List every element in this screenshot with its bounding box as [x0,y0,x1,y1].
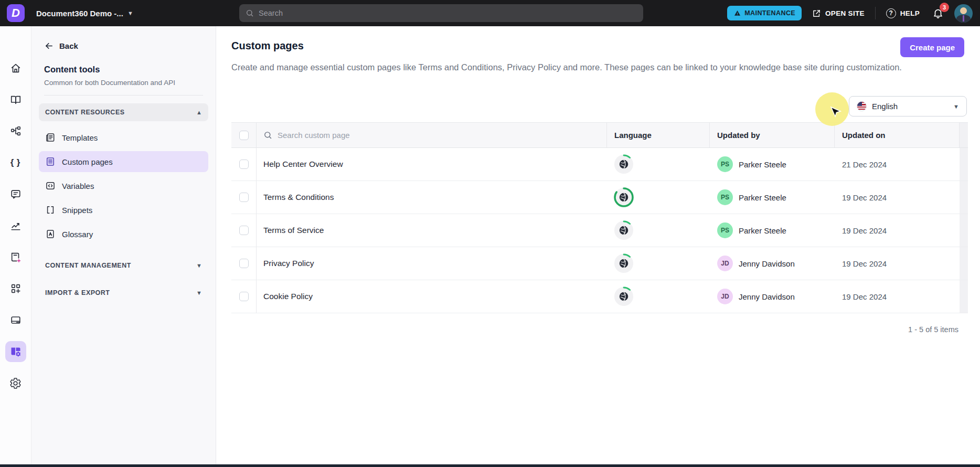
section-content-resources[interactable]: CONTENT RESOURCES ▲ [39,103,208,121]
sidebar-item-snippets[interactable]: Snippets [39,199,208,220]
back-label: Back [59,41,78,50]
updated-on-date: 19 Dec 2024 [835,280,960,313]
section-content-management[interactable]: CONTENT MANAGEMENT ▼ [39,258,208,273]
maintenance-label: MAINTENANCE [744,9,795,17]
chevron-down-icon: ▼ [196,290,202,296]
sidebar-item-templates[interactable]: Templates [39,127,208,148]
sitemap-icon[interactable] [9,125,22,137]
avatar: JD [717,256,733,271]
language-dropdown[interactable]: English ▼ [849,96,967,116]
select-all-cell [231,123,257,147]
column-header-updated-on[interactable]: Updated on [835,123,960,147]
glossary-icon [45,229,56,239]
table-row: Cookie Policy JDJenny Davidson 19 Dec 20… [231,280,968,313]
content-tools-sidebar: Back Content tools Common for both Docum… [31,26,216,464]
select-all-checkbox[interactable] [239,131,249,140]
maintenance-badge[interactable]: MAINTENANCE [727,6,802,20]
language-status [614,188,633,207]
sidebar-title: Content tools [44,65,216,75]
content-resources-items: Templates Custom pages Variables Snippet… [31,125,216,246]
section-import-export[interactable]: IMPORT & EXPORT ▼ [39,285,208,301]
page-name-link[interactable]: Cookie Policy [257,280,607,313]
feedback-icon[interactable] [9,188,22,200]
pagination-summary: 1 - 5 of 5 items [231,325,968,334]
knowledge-base-icon[interactable] [9,93,22,106]
mouse-cursor [829,106,841,120]
help-icon: ? [886,8,896,18]
custom-pages-main: Custom pages Create page Create and mana… [216,26,980,464]
topbar-divider [875,7,876,19]
table-search-input[interactable] [278,131,571,140]
page-name-link[interactable]: Terms of Service [257,214,607,247]
user-avatar[interactable] [954,4,973,23]
updated-by-name: Jenny Davidson [739,259,795,268]
row-checkbox[interactable] [239,160,249,169]
project-switcher[interactable]: Document360 Demo -... ▼ [36,9,133,18]
avatar: JD [717,289,733,304]
updated-by-name: Parker Steele [739,160,786,169]
chevron-up-icon: ▲ [196,109,202,115]
table-row: Help Center Overview PSParker Steele 21 … [231,148,968,181]
language-status [614,155,633,174]
document360-app: D Document360 Demo -... ▼ MAINTENANCE OP… [0,0,980,467]
warning-triangle-icon [733,9,741,17]
sidebar-item-glossary[interactable]: Glossary [39,224,208,245]
avatar: PS [717,222,733,238]
row-checkbox[interactable] [239,292,249,301]
language-status [614,221,633,240]
sidebar-subtitle: Common for both Documentation and API [44,79,216,87]
row-checkbox[interactable] [239,259,249,268]
external-link-icon [812,9,821,18]
content-tools-icon[interactable] [5,341,26,362]
avatar: PS [717,189,733,205]
row-checkbox[interactable] [239,226,249,235]
sidebar-item-custom-pages[interactable]: Custom pages [39,151,208,172]
create-page-button[interactable]: Create page [900,37,964,57]
chevron-down-icon: ▼ [953,103,959,110]
page-name-link[interactable]: Help Center Overview [257,148,607,181]
scrollbar-track [960,148,968,181]
page-title: Custom pages [231,40,304,52]
topbar-actions: MAINTENANCE OPEN SITE ? HELP 3 [727,0,973,26]
custom-pages-table: Language Updated by Updated on Help Cent… [231,122,968,313]
updated-on-date: 19 Dec 2024 [835,181,960,214]
notifications-button[interactable]: 3 [932,7,944,19]
help-button[interactable]: ? HELP [886,8,920,18]
notification-count-badge: 3 [940,3,949,12]
row-checkbox[interactable] [239,193,249,202]
open-site-button[interactable]: OPEN SITE [812,9,865,18]
updated-by-name: Parker Steele [739,226,786,235]
settings-icon[interactable] [9,377,22,389]
api-docs-icon[interactable]: { } [9,156,22,169]
global-search-input[interactable] [259,9,637,17]
table-search[interactable] [257,123,607,147]
column-header-updated-by[interactable]: Updated by [710,123,835,147]
global-search[interactable] [239,4,643,22]
snippets-icon [45,205,56,215]
page-name-link[interactable]: Privacy Policy [257,247,607,280]
updated-by-name: Parker Steele [739,193,786,202]
sidebar-item-variables[interactable]: Variables [39,175,208,196]
browser-card-icon[interactable] [9,314,22,326]
back-button[interactable]: Back [44,41,216,51]
us-flag-icon [857,101,867,111]
top-bar: D Document360 Demo -... ▼ MAINTENANCE OP… [0,0,980,26]
search-icon [246,9,254,17]
updated-on-date: 19 Dec 2024 [835,214,960,247]
language-status [614,254,633,273]
help-label: HELP [900,9,920,17]
analytics-icon[interactable] [9,219,22,232]
widgets-icon[interactable] [9,282,22,295]
arrow-left-icon [44,41,54,51]
scrollbar-track [960,280,968,313]
book-add-icon[interactable] [9,251,22,263]
scrollbar-track [960,214,968,247]
window-bottom-edge [0,464,980,467]
home-icon[interactable] [9,62,22,75]
updated-on-date: 19 Dec 2024 [835,247,960,280]
updated-by-name: Jenny Davidson [739,292,795,301]
page-name-link[interactable]: Terms & Conditions [257,181,607,214]
column-header-language[interactable]: Language [607,123,710,147]
document360-logo: D [7,4,25,22]
project-name: Document360 Demo -... [36,9,123,18]
